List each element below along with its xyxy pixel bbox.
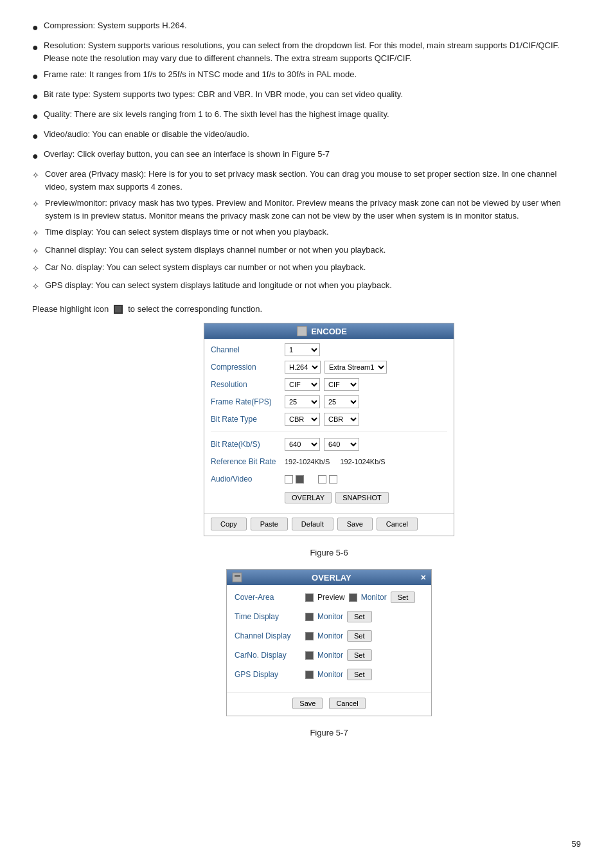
framerate-select-main[interactable]: 25 (285, 395, 320, 408)
bitrate-select-main[interactable]: 640 (285, 438, 320, 451)
channeldisplay-monitor-checkbox[interactable] (305, 632, 314, 640)
bullet-text: Quality: There are six levels ranging fr… (44, 108, 389, 121)
bullet-item-quality: ● Quality: There are six levels ranging … (32, 108, 574, 124)
bullet-text: Preview/monitor: privacy mask has two ty… (45, 197, 574, 222)
resolution-select-extra[interactable]: CIF (324, 378, 359, 391)
carnodisplay-monitor-checkbox[interactable] (305, 651, 314, 660)
default-button[interactable]: Default (292, 518, 333, 530)
video-main-checkbox[interactable] (296, 475, 304, 484)
encode-row-overlaybtn: OVERLAY SNAPSHOT (211, 489, 447, 506)
coverarea-label: Cover-Area (235, 593, 305, 602)
bullet-text: GPS display: You can select system displ… (45, 279, 392, 292)
overlay-row-coverarea: Cover-Area Preview Monitor Set (235, 590, 423, 604)
copy-button[interactable]: Copy (211, 518, 247, 530)
bullet-diamond-icon: ✧ (32, 227, 45, 240)
bullet-item-videoaudio: ● Video/audio: You can enable or disable… (32, 128, 574, 144)
channel-field: 1 (285, 343, 447, 356)
bullet-text: Resolution: System supports various reso… (44, 39, 574, 64)
gpsdisplay-set-button[interactable]: Set (347, 669, 372, 680)
bullet-dot-icon: ● (32, 89, 44, 104)
bullet-text: Frame rate: It ranges from 1f/s to 25f/s… (44, 68, 357, 81)
encode-row-framerate: Frame Rate(FPS) 25 25 (211, 395, 447, 409)
channeldisplay-monitor-text: Monitor (317, 631, 343, 640)
paste-button[interactable]: Paste (251, 518, 288, 530)
bullet-item-previewmonitor: ✧ Preview/monitor: privacy mask has two … (32, 197, 574, 222)
coverarea-preview-checkbox[interactable] (305, 593, 314, 602)
video-extra-checkbox[interactable] (329, 475, 337, 484)
snapshot-button[interactable]: SNAPSHOT (335, 492, 389, 503)
gpsdisplay-monitor-text: Monitor (317, 670, 343, 679)
bullet-diamond-icon: ✧ (32, 280, 45, 293)
compression-select-extra[interactable]: Extra Stream1 (324, 361, 387, 374)
bullet-text: Overlay: Click overlay button, you can s… (44, 148, 330, 161)
gpsdisplay-monitor-checkbox[interactable] (305, 671, 314, 679)
encode-grid: Channel 1 Compression H.264 Extra Stream… (204, 339, 454, 513)
carnodisplay-set-button[interactable]: Set (347, 649, 372, 661)
highlight-text: Please highlight icon (32, 304, 109, 314)
overlay-cancel-button[interactable]: Cancel (329, 698, 365, 709)
overlay-close-button[interactable]: × (421, 572, 426, 583)
bullet-text: Channel display: You can select system d… (45, 244, 386, 257)
bullet-item-channeldisplay: ✧ Channel display: You can select system… (32, 244, 574, 258)
bullet-dot-icon: ● (32, 20, 44, 35)
bitrate-select-extra[interactable]: 640 (324, 438, 359, 451)
encode-title: ENCODE (311, 327, 347, 336)
bitratetype-select-main[interactable]: CBR (285, 413, 320, 426)
compression-field: H.264 Extra Stream1 (285, 361, 447, 374)
audio-main-checkbox[interactable] (285, 475, 293, 484)
audiovideo-field (285, 475, 447, 484)
timedisplay-set-button[interactable]: Set (347, 611, 372, 622)
highlight-suffix: to select the corresponding function. (128, 304, 262, 314)
bitratetype-select-extra[interactable]: CBR (324, 413, 359, 426)
bullet-text: Cover area (Privacy mask): Here is for y… (45, 168, 574, 193)
bullet-diamond-icon: ✧ (32, 198, 45, 211)
gpsdisplay-label: GPS Display (235, 670, 305, 679)
bullet-diamond-icon: ✧ (32, 245, 45, 258)
bullet-text: Car No. display: You can select system d… (45, 261, 366, 274)
encode-row-compression: Compression H.264 Extra Stream1 (211, 360, 447, 374)
coverarea-monitor-checkbox[interactable] (349, 593, 357, 602)
gpsdisplay-controls: Monitor Set (305, 669, 372, 680)
audiovideo-label: Audio/Video (211, 475, 285, 484)
bullet-list: ● Compression: System supports H.264. ● … (32, 19, 574, 293)
compression-label: Compression (211, 363, 285, 372)
framerate-select-extra[interactable]: 25 (324, 395, 359, 408)
framerate-field: 25 25 (285, 395, 447, 408)
resolution-select-main[interactable]: CIF (285, 378, 320, 391)
page-number: 59 (572, 839, 581, 849)
figure6-label: Figure 5-6 (84, 548, 574, 557)
refbitrate-field: 192-1024Kb/S 192-1024Kb/S (285, 458, 447, 466)
bullet-dot-icon: ● (32, 129, 44, 144)
encode-row-audiovideo: Audio/Video (211, 472, 447, 486)
bullet-dot-icon: ● (32, 109, 44, 124)
bullet-item-compression: ● Compression: System supports H.264. (32, 19, 574, 35)
bullet-text: Video/audio: You can enable or disable t… (44, 128, 249, 141)
channeldisplay-set-button[interactable]: Set (347, 630, 372, 642)
audio-extra-checkbox[interactable] (318, 475, 326, 484)
encode-row-bitratetype: Bit Rate Type CBR CBR (211, 412, 447, 426)
channeldisplay-controls: Monitor Set (305, 630, 372, 642)
timedisplay-monitor-checkbox[interactable] (305, 613, 314, 621)
overlay-title: OVERLAY (312, 573, 351, 583)
save-button[interactable]: Save (337, 518, 373, 530)
encode-row-resolution: Resolution CIF CIF (211, 377, 447, 392)
overlay-row-channeldisplay: Channel Display Monitor Set (235, 629, 423, 643)
bullet-dot-icon: ● (32, 40, 44, 55)
audiovideo-extra-checkboxes (318, 475, 337, 484)
overlay-save-button[interactable]: Save (292, 698, 323, 709)
cancel-button[interactable]: Cancel (377, 518, 418, 530)
compression-select-main[interactable]: H.264 (285, 361, 321, 374)
svg-rect-1 (235, 575, 240, 577)
resolution-label: Resolution (211, 380, 285, 389)
channel-select[interactable]: 1 (285, 343, 320, 356)
resolution-field: CIF CIF (285, 378, 447, 391)
encode-footer: Copy Paste Default Save Cancel (204, 513, 454, 536)
refbitrate-main-value: 192-1024Kb/S (285, 458, 330, 466)
bullet-text: Time display: You can select system disp… (45, 226, 329, 239)
overlay-container: OVERLAY × Cover-Area Preview Monitor Set… (84, 569, 574, 716)
overlay-button[interactable]: OVERLAY (285, 492, 332, 503)
encode-row-channel: Channel 1 (211, 343, 447, 357)
coverarea-set-button[interactable]: Set (391, 592, 416, 603)
bullet-item-carnodisplay: ✧ Car No. display: You can select system… (32, 261, 574, 275)
bullet-item-bitrate: ● Bit rate type: System supports two typ… (32, 88, 574, 104)
